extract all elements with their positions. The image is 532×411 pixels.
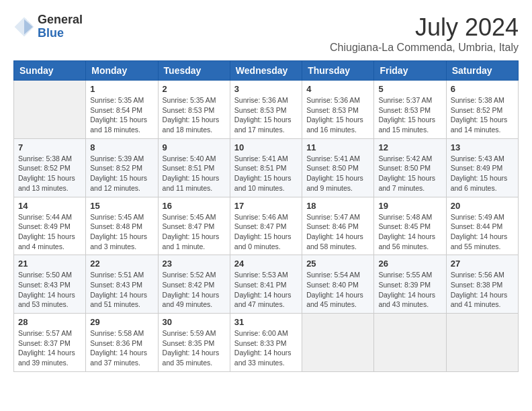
calendar-cell: 6Sunrise: 5:38 AM Sunset: 8:52 PM Daylig… <box>446 81 518 139</box>
calendar-cell: 11Sunrise: 5:41 AM Sunset: 8:50 PM Dayli… <box>302 138 374 197</box>
day-number: 7 <box>18 142 81 152</box>
calendar-cell: 29Sunrise: 5:58 AM Sunset: 8:36 PM Dayli… <box>86 314 158 372</box>
calendar-cell: 26Sunrise: 5:55 AM Sunset: 8:39 PM Dayli… <box>374 255 446 314</box>
day-number: 14 <box>18 201 81 211</box>
day-details: Sunrise: 5:39 AM Sunset: 8:52 PM Dayligh… <box>90 154 153 193</box>
day-details: Sunrise: 5:51 AM Sunset: 8:43 PM Dayligh… <box>90 270 153 310</box>
calendar-cell: 14Sunrise: 5:44 AM Sunset: 8:49 PM Dayli… <box>14 197 86 255</box>
calendar-cell: 3Sunrise: 5:36 AM Sunset: 8:53 PM Daylig… <box>230 81 302 139</box>
day-details: Sunrise: 5:45 AM Sunset: 8:47 PM Dayligh… <box>163 212 226 252</box>
day-number: 11 <box>306 142 369 152</box>
logo: General Blue <box>13 13 83 40</box>
calendar-cell: 4Sunrise: 5:36 AM Sunset: 8:53 PM Daylig… <box>302 81 374 139</box>
day-details: Sunrise: 5:44 AM Sunset: 8:49 PM Dayligh… <box>18 212 81 252</box>
day-details: Sunrise: 5:56 AM Sunset: 8:38 PM Dayligh… <box>451 270 514 310</box>
day-number: 19 <box>378 201 441 211</box>
day-details: Sunrise: 5:37 AM Sunset: 8:53 PM Dayligh… <box>378 95 441 135</box>
day-details: Sunrise: 6:00 AM Sunset: 8:33 PM Dayligh… <box>234 328 298 368</box>
calendar-table: Sunday Monday Tuesday Wednesday Thursday… <box>13 60 519 372</box>
day-details: Sunrise: 5:54 AM Sunset: 8:40 PM Dayligh… <box>306 270 369 310</box>
day-details: Sunrise: 5:53 AM Sunset: 8:41 PM Dayligh… <box>234 270 298 310</box>
logo-text: General Blue <box>38 13 83 40</box>
day-details: Sunrise: 5:46 AM Sunset: 8:47 PM Dayligh… <box>234 212 298 252</box>
header-row: Sunday Monday Tuesday Wednesday Thursday… <box>14 61 519 81</box>
calendar-cell: 15Sunrise: 5:45 AM Sunset: 8:48 PM Dayli… <box>86 197 158 255</box>
calendar-cell: 9Sunrise: 5:40 AM Sunset: 8:51 PM Daylig… <box>158 138 230 197</box>
day-number: 18 <box>306 201 369 211</box>
calendar-cell: 12Sunrise: 5:42 AM Sunset: 8:50 PM Dayli… <box>374 138 446 197</box>
calendar-header: Sunday Monday Tuesday Wednesday Thursday… <box>14 61 519 81</box>
header-friday: Friday <box>374 61 446 81</box>
header-thursday: Thursday <box>302 61 374 81</box>
day-number: 25 <box>306 259 369 269</box>
day-number: 6 <box>451 84 514 94</box>
day-number: 28 <box>18 317 81 327</box>
calendar-cell: 1Sunrise: 5:35 AM Sunset: 8:54 PM Daylig… <box>86 81 158 139</box>
calendar-cell <box>14 81 86 139</box>
day-number: 5 <box>378 84 441 94</box>
day-number: 29 <box>90 317 153 327</box>
day-number: 4 <box>306 84 369 94</box>
calendar-cell: 28Sunrise: 5:57 AM Sunset: 8:37 PM Dayli… <box>14 314 86 372</box>
day-details: Sunrise: 5:41 AM Sunset: 8:50 PM Dayligh… <box>306 154 369 193</box>
calendar-cell: 21Sunrise: 5:50 AM Sunset: 8:43 PM Dayli… <box>14 255 86 314</box>
calendar-cell: 20Sunrise: 5:49 AM Sunset: 8:44 PM Dayli… <box>446 197 518 255</box>
calendar-cell: 25Sunrise: 5:54 AM Sunset: 8:40 PM Dayli… <box>302 255 374 314</box>
calendar-cell: 5Sunrise: 5:37 AM Sunset: 8:53 PM Daylig… <box>374 81 446 139</box>
day-details: Sunrise: 5:35 AM Sunset: 8:54 PM Dayligh… <box>90 95 153 135</box>
calendar-cell: 22Sunrise: 5:51 AM Sunset: 8:43 PM Dayli… <box>86 255 158 314</box>
day-number: 21 <box>18 259 81 269</box>
day-number: 13 <box>451 142 514 152</box>
day-details: Sunrise: 5:49 AM Sunset: 8:44 PM Dayligh… <box>451 212 514 252</box>
day-number: 23 <box>163 259 226 269</box>
day-number: 17 <box>234 201 298 211</box>
day-number: 10 <box>234 142 298 152</box>
week-row-1: 1Sunrise: 5:35 AM Sunset: 8:54 PM Daylig… <box>14 81 519 139</box>
day-number: 22 <box>90 259 153 269</box>
day-details: Sunrise: 5:35 AM Sunset: 8:53 PM Dayligh… <box>163 95 226 135</box>
day-details: Sunrise: 5:50 AM Sunset: 8:43 PM Dayligh… <box>18 270 81 310</box>
week-row-4: 21Sunrise: 5:50 AM Sunset: 8:43 PM Dayli… <box>14 255 519 314</box>
day-details: Sunrise: 5:41 AM Sunset: 8:51 PM Dayligh… <box>234 154 298 193</box>
day-number: 12 <box>378 142 441 152</box>
header-sunday: Sunday <box>14 61 86 81</box>
day-number: 31 <box>234 317 298 327</box>
day-details: Sunrise: 5:43 AM Sunset: 8:49 PM Dayligh… <box>451 154 514 193</box>
calendar-cell: 19Sunrise: 5:48 AM Sunset: 8:45 PM Dayli… <box>374 197 446 255</box>
day-number: 16 <box>163 201 226 211</box>
calendar-cell: 31Sunrise: 6:00 AM Sunset: 8:33 PM Dayli… <box>230 314 302 372</box>
calendar-cell: 16Sunrise: 5:45 AM Sunset: 8:47 PM Dayli… <box>158 197 230 255</box>
day-details: Sunrise: 5:52 AM Sunset: 8:42 PM Dayligh… <box>163 270 226 310</box>
calendar-cell: 18Sunrise: 5:47 AM Sunset: 8:46 PM Dayli… <box>302 197 374 255</box>
day-details: Sunrise: 5:45 AM Sunset: 8:48 PM Dayligh… <box>90 212 153 252</box>
calendar-body: 1Sunrise: 5:35 AM Sunset: 8:54 PM Daylig… <box>14 81 519 372</box>
day-number: 20 <box>451 201 514 211</box>
day-number: 15 <box>90 201 153 211</box>
calendar-cell <box>374 314 446 372</box>
day-number: 24 <box>234 259 298 269</box>
calendar-cell: 27Sunrise: 5:56 AM Sunset: 8:38 PM Dayli… <box>446 255 518 314</box>
day-number: 8 <box>90 142 153 152</box>
logo-blue: Blue <box>38 27 83 40</box>
day-number: 27 <box>451 259 514 269</box>
page-header: General Blue July 2024 Chiugiana-La Comm… <box>13 13 519 54</box>
day-details: Sunrise: 5:57 AM Sunset: 8:37 PM Dayligh… <box>18 328 81 368</box>
day-details: Sunrise: 5:40 AM Sunset: 8:51 PM Dayligh… <box>163 154 226 193</box>
day-details: Sunrise: 5:36 AM Sunset: 8:53 PM Dayligh… <box>234 95 298 135</box>
calendar-cell: 24Sunrise: 5:53 AM Sunset: 8:41 PM Dayli… <box>230 255 302 314</box>
calendar-cell: 17Sunrise: 5:46 AM Sunset: 8:47 PM Dayli… <box>230 197 302 255</box>
day-details: Sunrise: 5:36 AM Sunset: 8:53 PM Dayligh… <box>306 95 369 135</box>
day-details: Sunrise: 5:38 AM Sunset: 8:52 PM Dayligh… <box>451 95 514 135</box>
calendar-cell <box>302 314 374 372</box>
calendar-cell: 7Sunrise: 5:38 AM Sunset: 8:52 PM Daylig… <box>14 138 86 197</box>
calendar-cell: 2Sunrise: 5:35 AM Sunset: 8:53 PM Daylig… <box>158 81 230 139</box>
calendar-cell: 8Sunrise: 5:39 AM Sunset: 8:52 PM Daylig… <box>86 138 158 197</box>
week-row-3: 14Sunrise: 5:44 AM Sunset: 8:49 PM Dayli… <box>14 197 519 255</box>
day-details: Sunrise: 5:48 AM Sunset: 8:45 PM Dayligh… <box>378 212 441 252</box>
location-subtitle: Chiugiana-La Commenda, Umbria, Italy <box>330 42 519 54</box>
calendar-cell: 10Sunrise: 5:41 AM Sunset: 8:51 PM Dayli… <box>230 138 302 197</box>
day-details: Sunrise: 5:55 AM Sunset: 8:39 PM Dayligh… <box>378 270 441 310</box>
day-number: 30 <box>163 317 226 327</box>
header-tuesday: Tuesday <box>158 61 230 81</box>
day-details: Sunrise: 5:59 AM Sunset: 8:35 PM Dayligh… <box>163 328 226 368</box>
